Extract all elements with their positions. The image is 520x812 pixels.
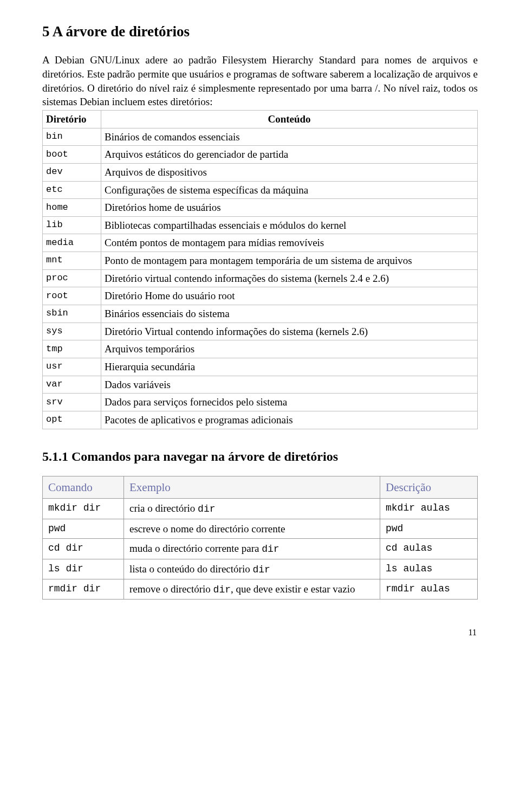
cmd-name: ls dir (43, 559, 124, 579)
dir-desc: Arquivos temporários (101, 340, 478, 358)
cmd-name: cd dir (43, 539, 124, 559)
dir-name: var (43, 376, 101, 394)
cmd-example-text: escreve o nome do directório corrente (129, 523, 285, 534)
dir-header-col1: Diretório (43, 111, 101, 128)
table-row: rootDiretório Home do usuário root (43, 287, 478, 305)
subsection-title: 5.1.1 Comandos para navegar na árvore de… (42, 448, 478, 465)
table-row: sbinBinários essenciais do sistema (43, 305, 478, 323)
cmd-name: rmdir dir (43, 579, 124, 599)
table-row: optPacotes de aplicativos e programas ad… (43, 411, 478, 429)
dir-name: root (43, 287, 101, 305)
table-row: bootArquivos estáticos do gerenciador de… (43, 146, 478, 164)
table-row: mntPonto de montagem para montagem tempo… (43, 252, 478, 270)
dir-desc: Arquivos estáticos do gerenciador de par… (101, 146, 478, 164)
cmd-example-arg: dir (198, 504, 215, 514)
cmd-example: remove o directório dir, que deve existi… (124, 579, 380, 599)
dir-desc: Diretório Virtual contendo informações d… (101, 323, 478, 340)
table-row: varDados variáveis (43, 376, 478, 394)
dir-name: sbin (43, 305, 101, 323)
cmd-desc: mkdir aulas (380, 499, 478, 519)
dir-name: tmp (43, 340, 101, 358)
cmd-example: lista o conteúdo do directório dir (124, 559, 380, 579)
cmd-desc: rmdir aulas (380, 579, 478, 599)
table-row: libBibliotecas compartilhadas essenciais… (43, 216, 478, 234)
dir-desc: Dados para serviços fornecidos pelo sist… (101, 394, 478, 411)
cmd-example-text: lista o conteúdo do directório (129, 563, 252, 575)
cmd-example-arg: dir (252, 564, 270, 575)
directory-table: Diretório Conteúdo binBinários de comand… (42, 110, 478, 429)
table-row: sysDiretório Virtual contendo informaçõe… (43, 323, 478, 340)
cmd-example-tail: , que deve existir e estar vazio (231, 583, 355, 595)
table-row: rmdir dirremove o directório dir, que de… (43, 579, 478, 599)
dir-name: lib (43, 216, 101, 234)
cmd-example-text: remove o directório (129, 583, 213, 595)
dir-desc: Arquivos de dispositivos (101, 163, 478, 181)
table-row: cd dirmuda o directório corrente para di… (43, 539, 478, 559)
table-row: mkdir dircria o directório dirmkdir aula… (43, 499, 478, 519)
cmd-example-arg: dir (262, 544, 279, 555)
dir-name: etc (43, 181, 101, 199)
dir-name: sys (43, 323, 101, 340)
cmd-desc: cd aulas (380, 539, 478, 559)
dir-name: home (43, 199, 101, 217)
dir-name: srv (43, 394, 101, 411)
table-row: devArquivos de dispositivos (43, 163, 478, 181)
cmd-example-text: muda o directório corrente para (129, 543, 262, 554)
dir-name: media (43, 234, 101, 252)
dir-name: proc (43, 269, 101, 287)
table-row: usrHierarquia secundária (43, 358, 478, 376)
dir-desc: Pacotes de aplicativos e programas adici… (101, 411, 478, 429)
table-row: pwdescreve o nome do directório corrente… (43, 519, 478, 539)
cmd-header-col3: Descrição (380, 476, 478, 498)
table-row: ls dirlista o conteúdo do directório dir… (43, 559, 478, 579)
dir-header-col2: Conteúdo (101, 111, 478, 128)
cmd-header-col2: Exemplo (124, 476, 380, 498)
dir-desc: Binários essenciais do sistema (101, 305, 478, 323)
table-row: tmpArquivos temporários (43, 340, 478, 358)
cmd-example-arg: dir (213, 584, 231, 595)
dir-name: mnt (43, 252, 101, 270)
dir-name: bin (43, 128, 101, 146)
dir-desc: Hierarquia secundária (101, 358, 478, 376)
dir-desc: Diretório virtual contendo informações d… (101, 269, 478, 287)
cmd-desc: ls aulas (380, 559, 478, 579)
cmd-example-text: cria o directório (129, 502, 198, 514)
table-row: procDiretório virtual contendo informaçõ… (43, 269, 478, 287)
dir-name: opt (43, 411, 101, 429)
table-row: etcConfigurações de sistema específicas … (43, 181, 478, 199)
table-row: mediaContém pontos de montagem para mídi… (43, 234, 478, 252)
section-paragraph: A Debian GNU/Linux adere ao padrão Files… (42, 53, 478, 109)
cmd-name: mkdir dir (43, 499, 124, 519)
section-title: 5 A árvore de diretórios (42, 22, 478, 41)
cmd-example: escreve o nome do directório corrente (124, 519, 380, 539)
dir-desc: Diretório Home do usuário root (101, 287, 478, 305)
dir-desc: Diretórios home de usuários (101, 199, 478, 217)
cmd-example: muda o directório corrente para dir (124, 539, 380, 559)
dir-name: dev (43, 163, 101, 181)
page-number: 11 (42, 627, 478, 639)
dir-name: usr (43, 358, 101, 376)
dir-desc: Bibliotecas compartilhadas essenciais e … (101, 216, 478, 234)
dir-name: boot (43, 146, 101, 164)
dir-desc: Binários de comandos essenciais (101, 128, 478, 146)
dir-desc: Ponto de montagem para montagem temporár… (101, 252, 478, 270)
cmd-name: pwd (43, 519, 124, 539)
cmd-header-col1: Comando (43, 476, 124, 498)
table-row: homeDiretórios home de usuários (43, 199, 478, 217)
dir-desc: Configurações de sistema específicas da … (101, 181, 478, 199)
commands-table: Comando Exemplo Descrição mkdir dircria … (42, 476, 478, 600)
dir-desc: Dados variáveis (101, 376, 478, 394)
cmd-desc: pwd (380, 519, 478, 539)
table-row: binBinários de comandos essenciais (43, 128, 478, 146)
dir-desc: Contém pontos de montagem para mídias re… (101, 234, 478, 252)
cmd-example: cria o directório dir (124, 499, 380, 519)
table-row: srvDados para serviços fornecidos pelo s… (43, 394, 478, 411)
